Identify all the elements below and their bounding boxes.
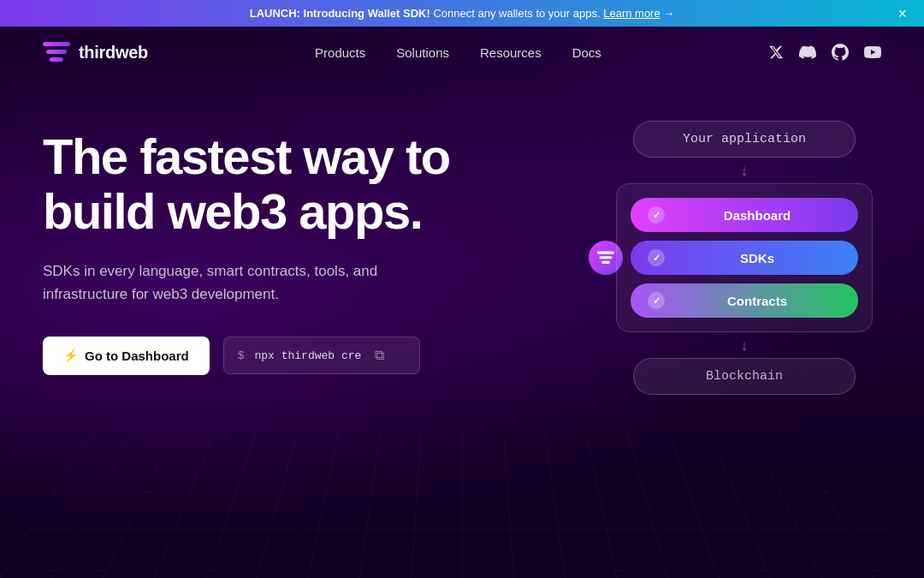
close-announcement-button[interactable]: × (897, 6, 907, 21)
hero-section: The fastest way to build web3 apps. SDKs… (0, 78, 924, 395)
announcement-prefix: LAUNCH: Introducing Wallet SDK! Connect … (250, 7, 675, 20)
twitter-icon[interactable] (768, 45, 784, 60)
announcement-product: Introducing Wallet SDK! (304, 7, 430, 20)
nav-resources[interactable]: Resources (480, 45, 542, 60)
bolt-icon: ⚡ (63, 349, 78, 362)
logo-bar-1 (43, 42, 70, 46)
code-prompt: $ (238, 349, 245, 362)
nav-docs[interactable]: Docs (572, 45, 601, 60)
announcement-arrow: → (663, 7, 674, 20)
nav-solutions[interactable]: Solutions (396, 45, 449, 60)
hero-title: The fastest way to build web3 apps. (43, 129, 488, 239)
dashboard-button-label: Go to Dashboard (85, 349, 189, 363)
pill-contracts-label: Contracts (673, 294, 841, 308)
hero-left: The fastest way to build web3 apps. SDKs… (43, 129, 488, 375)
hero-subtitle: SDKs in every language, smart contracts,… (43, 259, 419, 306)
hero-diagram: Your application ↓ ✓ Dashboard ✓ SDKs (607, 121, 881, 395)
pill-dashboard: ✓ Dashboard (631, 198, 858, 232)
background-grid (0, 430, 924, 578)
diagram-arrow-1: ↓ (741, 163, 749, 178)
diagram-app-node: Your application (633, 121, 856, 158)
check-dashboard: ✓ (648, 206, 665, 223)
pill-dashboard-label: Dashboard (673, 208, 841, 223)
navbar: thirdweb Products Solutions Resources Do… (0, 27, 924, 78)
logo-text: thirdweb (79, 43, 148, 63)
logo[interactable]: thirdweb (43, 42, 148, 63)
code-text: npx thirdweb cre (254, 349, 361, 362)
check-sdks: ✓ (648, 249, 665, 266)
nav-products[interactable]: Products (315, 45, 365, 60)
announcement-launch: LAUNCH: (250, 7, 304, 20)
youtube-icon[interactable] (864, 44, 881, 61)
logo-bar-3 (50, 57, 63, 62)
nav-socials (768, 44, 881, 61)
code-snippet: $ npx thirdweb cre ⧉ (223, 337, 420, 374)
go-to-dashboard-button[interactable]: ⚡ Go to Dashboard (43, 337, 210, 375)
copy-button[interactable]: ⧉ (371, 348, 388, 363)
svg-rect-0 (597, 252, 614, 254)
announcement-link[interactable]: Learn more (603, 7, 660, 20)
svg-rect-2 (601, 261, 610, 264)
discord-icon[interactable] (799, 44, 816, 61)
github-icon[interactable] (832, 44, 849, 61)
diagram-arrow-2: ↓ (741, 337, 749, 353)
diagram-box: ✓ Dashboard ✓ SDKs ✓ Contracts (616, 183, 873, 332)
check-contracts: ✓ (648, 292, 665, 309)
hero-actions: ⚡ Go to Dashboard $ npx thirdweb cre ⧉ (43, 337, 488, 375)
announcement-bar: LAUNCH: Introducing Wallet SDK! Connect … (0, 0, 924, 27)
pill-sdks: ✓ SDKs (631, 241, 858, 275)
pill-sdks-label: SDKs (673, 251, 841, 265)
diagram-blockchain-node: Blockchain (633, 358, 856, 395)
logo-bar-2 (46, 50, 67, 54)
svg-rect-1 (600, 256, 613, 259)
announcement-text: Connect any wallets to your apps. (430, 7, 601, 20)
nav-links: Products Solutions Resources Docs (315, 45, 601, 60)
pill-contracts: ✓ Contracts (631, 283, 858, 318)
logo-icon (43, 42, 70, 63)
